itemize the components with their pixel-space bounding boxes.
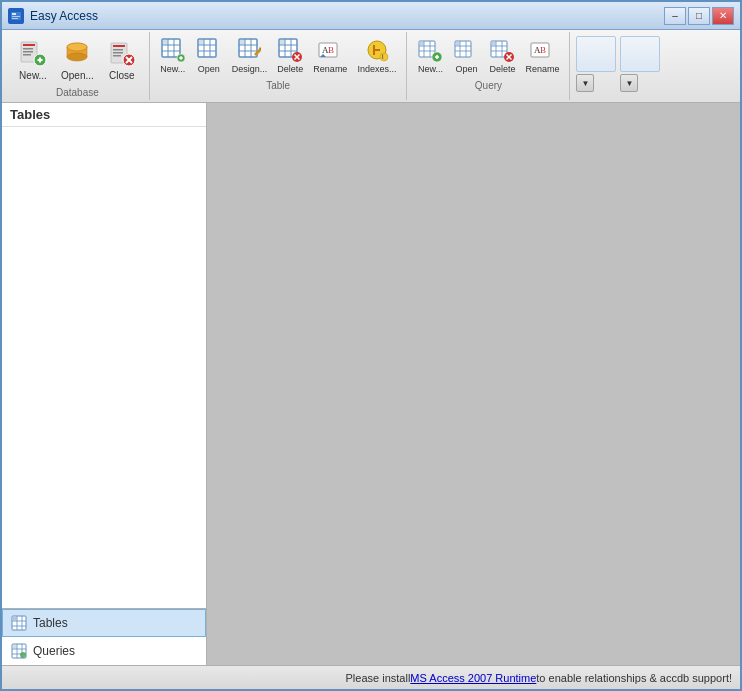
query-open-icon (453, 37, 479, 63)
sidebar: Tables Tables (2, 103, 207, 665)
table-delete-icon (277, 37, 303, 63)
db-open-label: Open... (61, 70, 94, 82)
query-delete-label: Delete (489, 64, 515, 75)
status-link[interactable]: MS Access 2007 Runtime (410, 672, 536, 684)
svg-rect-19 (113, 52, 123, 54)
table-indexes-label: Indexes... (357, 64, 396, 75)
table-design-icon (237, 37, 263, 63)
svg-rect-1 (12, 13, 16, 15)
table-open-button[interactable]: Open (192, 34, 226, 78)
toolbar-group-table-label: Table (266, 80, 290, 91)
status-bar: Please install MS Access 2007 Runtime to… (2, 665, 740, 689)
query-delete-button[interactable]: Delete (485, 34, 519, 78)
table-rename-icon: A B (317, 37, 343, 63)
extra-button-2[interactable] (620, 36, 660, 72)
db-new-icon (17, 37, 49, 69)
db-close-icon (106, 37, 138, 69)
svg-rect-68 (437, 55, 439, 59)
title-bar: Easy Access – □ ✕ (2, 2, 740, 30)
maximize-button[interactable]: □ (688, 7, 710, 25)
query-new-label: New... (418, 64, 443, 75)
table-delete-label: Delete (277, 64, 303, 75)
query-open-label: Open (455, 64, 477, 75)
table-open-icon (196, 37, 222, 63)
query-open-button[interactable]: Open (449, 34, 483, 78)
app-window: Easy Access – □ ✕ (0, 0, 742, 691)
table-indexes-icon: i (364, 37, 390, 63)
status-message-suffix: to enable relationships & accdb support! (536, 672, 732, 684)
table-rename-label: Rename (313, 64, 347, 75)
query-new-icon (417, 37, 443, 63)
db-new-label: New... (19, 70, 47, 82)
svg-rect-7 (23, 51, 33, 53)
window-controls: – □ ✕ (664, 7, 734, 25)
table-design-label: Design... (232, 64, 268, 75)
table-new-icon (160, 37, 186, 63)
svg-point-99 (20, 652, 26, 658)
queries-tab-label: Queries (33, 644, 75, 658)
svg-rect-32 (180, 56, 182, 60)
svg-rect-11 (39, 58, 41, 63)
extra-button-1[interactable] (576, 36, 616, 72)
svg-rect-44 (240, 40, 245, 45)
svg-text:B: B (540, 45, 546, 55)
table-open-label: Open (198, 64, 220, 75)
extra-dropdown-1[interactable]: ▼ (576, 74, 594, 92)
minimize-button[interactable]: – (664, 7, 686, 25)
db-close-button[interactable]: Close (101, 34, 143, 85)
sidebar-content (2, 127, 206, 608)
svg-rect-20 (113, 55, 121, 57)
queries-tab-icon (11, 643, 27, 659)
tables-tab-icon (11, 615, 27, 631)
toolbar-group-database: New... Open... (6, 32, 150, 100)
workspace (207, 103, 740, 665)
svg-rect-50 (280, 40, 285, 45)
table-delete-button[interactable]: Delete (273, 34, 307, 78)
svg-rect-8 (23, 54, 31, 56)
sidebar-footer: Tables Queries (2, 608, 206, 665)
svg-rect-98 (13, 645, 17, 649)
svg-rect-3 (12, 18, 18, 19)
table-indexes-button[interactable]: i Indexes... (353, 34, 400, 78)
svg-rect-80 (492, 42, 496, 46)
sidebar-tab-queries[interactable]: Queries (2, 637, 206, 665)
query-rename-icon: A B (529, 37, 555, 63)
svg-rect-18 (113, 49, 123, 51)
query-delete-icon (489, 37, 515, 63)
tables-tab-label: Tables (33, 616, 68, 630)
status-message: Please install (346, 672, 411, 684)
toolbar-group-table: New... Open (150, 32, 408, 100)
db-close-label: Close (109, 70, 135, 82)
svg-text:B: B (328, 45, 334, 55)
svg-rect-38 (199, 40, 204, 45)
table-design-button[interactable]: Design... (228, 34, 272, 78)
window-title: Easy Access (30, 9, 98, 23)
db-open-button[interactable]: Open... (56, 34, 99, 85)
svg-rect-92 (13, 617, 17, 621)
toolbar-group-extra: ▼ ▼ (570, 32, 666, 100)
query-new-button[interactable]: New... (413, 34, 447, 78)
svg-rect-74 (456, 42, 460, 46)
query-rename-button[interactable]: A B Rename (521, 34, 563, 78)
sidebar-header: Tables (2, 103, 206, 127)
table-rename-button[interactable]: A B Rename (309, 34, 351, 78)
close-button[interactable]: ✕ (712, 7, 734, 25)
sidebar-tab-tables[interactable]: Tables (2, 609, 206, 637)
toolbar-group-database-label: Database (56, 87, 99, 98)
toolbar-group-query-label: Query (475, 80, 502, 91)
svg-rect-2 (12, 16, 20, 17)
svg-rect-5 (23, 44, 35, 46)
db-new-button[interactable]: New... (12, 34, 54, 85)
table-new-button[interactable]: New... (156, 34, 190, 78)
svg-point-14 (67, 53, 87, 61)
extra-dropdown-2[interactable]: ▼ (620, 74, 638, 92)
toolbar-group-query: New... Open (407, 32, 570, 100)
svg-rect-6 (23, 48, 33, 50)
app-icon (8, 8, 24, 24)
toolbar: New... Open... (2, 30, 740, 103)
table-new-label: New... (160, 64, 185, 75)
query-rename-label: Rename (525, 64, 559, 75)
svg-rect-17 (113, 45, 125, 47)
svg-rect-65 (420, 42, 424, 46)
svg-rect-29 (163, 40, 168, 45)
